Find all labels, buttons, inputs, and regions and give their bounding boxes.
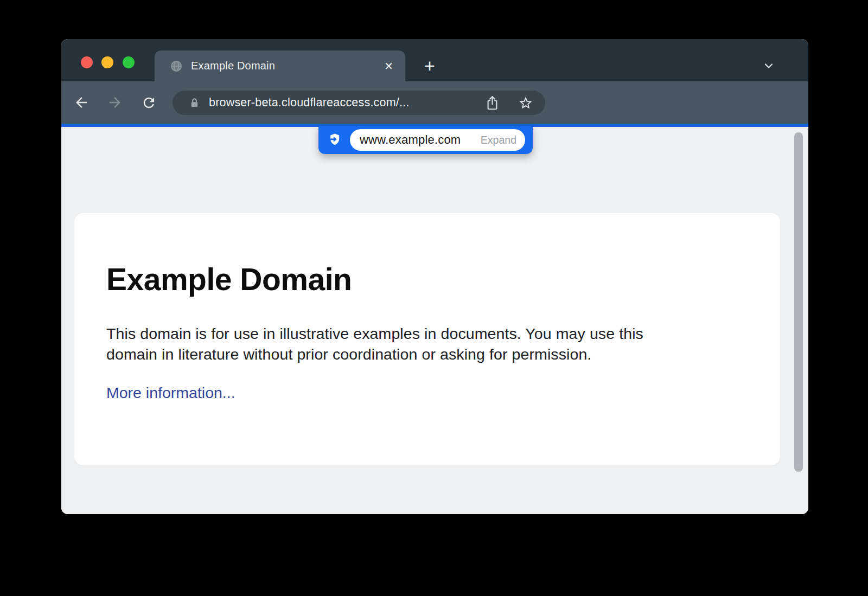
- tab-title: Example Domain: [191, 60, 275, 72]
- url-text: browser-beta.cloudflareaccess.com/...: [209, 96, 409, 110]
- toolbar: browser-beta.cloudflareaccess.com/... C: [61, 81, 808, 124]
- plus-icon: +: [424, 56, 435, 75]
- window-close-button[interactable]: [81, 56, 93, 68]
- page-viewport: Example Domain This domain is for use in…: [61, 127, 808, 514]
- tab-strip: Example Domain ✕ +: [61, 39, 808, 81]
- back-button[interactable]: [72, 93, 91, 112]
- window-zoom-button[interactable]: [123, 56, 135, 68]
- shield-arrow-icon: [326, 131, 343, 149]
- forward-button[interactable]: [105, 93, 125, 112]
- body-text: This domain is for use in illustrative e…: [106, 323, 742, 364]
- tab-example-domain[interactable]: Example Domain ✕: [155, 50, 405, 81]
- tab-close-icon[interactable]: ✕: [384, 60, 393, 73]
- reload-icon: [141, 95, 157, 111]
- more-information-link[interactable]: More information...: [106, 384, 235, 402]
- page-title: Example Domain: [106, 264, 742, 295]
- expand-button[interactable]: Expand: [481, 134, 516, 146]
- isolated-domain-pill[interactable]: www.example.com Expand: [350, 129, 525, 151]
- browser-isolation-widget[interactable]: www.example.com Expand: [318, 126, 533, 154]
- tab-search-chevron-button[interactable]: [760, 57, 777, 74]
- browser-window: Example Domain ✕ +: [61, 39, 808, 514]
- isolated-domain-text: www.example.com: [360, 133, 461, 147]
- new-tab-button[interactable]: +: [420, 56, 439, 75]
- reload-button[interactable]: [139, 93, 158, 112]
- star-icon: [518, 95, 533, 111]
- back-arrow-icon: [73, 94, 90, 111]
- content-card: Example Domain This domain is for use in…: [74, 213, 780, 465]
- share-icon: [485, 95, 500, 111]
- bookmark-button[interactable]: [518, 95, 533, 111]
- window-minimize-button[interactable]: [101, 56, 113, 68]
- lock-icon: [189, 97, 200, 109]
- scrollbar-thumb[interactable]: [794, 132, 803, 472]
- body-text-line1: This domain is for use in illustrative e…: [106, 323, 742, 344]
- chevron-down-icon: [762, 59, 775, 72]
- forward-arrow-icon: [107, 94, 123, 111]
- address-bar[interactable]: browser-beta.cloudflareaccess.com/...: [173, 91, 545, 115]
- globe-favicon-icon: [170, 60, 183, 73]
- body-text-line2: domain in literature without prior coord…: [106, 344, 742, 364]
- share-button[interactable]: [485, 95, 500, 111]
